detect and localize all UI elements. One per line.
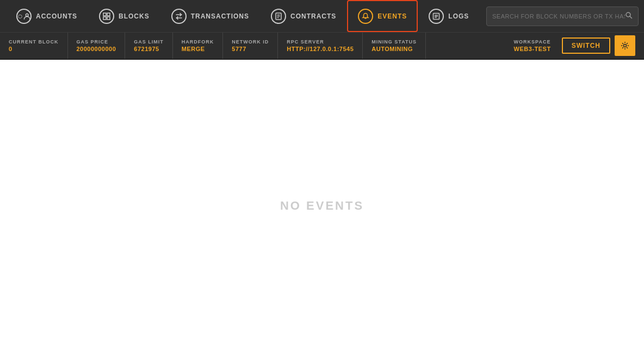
network-id-label: NETWORK ID	[232, 39, 269, 45]
network-id-value: 5777	[232, 46, 269, 52]
rpc-server-label: RPC SERVER	[287, 39, 354, 45]
mining-status-value: AUTOMINING	[371, 46, 417, 52]
current-block-value: 0	[9, 46, 59, 52]
hardfork-label: HARDFORK	[182, 39, 214, 45]
status-gas-price: GAS PRICE 20000000000	[68, 33, 126, 59]
gas-limit-label: GAS LIMIT	[134, 39, 164, 45]
nav-transactions[interactable]: TRANSACTIONS	[160, 0, 260, 32]
svg-rect-3	[103, 17, 106, 20]
nav-logs-label: LOGS	[448, 12, 469, 20]
status-mining-status: MINING STATUS AUTOMINING	[363, 33, 426, 59]
nav-transactions-label: TRANSACTIONS	[191, 12, 249, 20]
svg-rect-2	[107, 13, 110, 16]
svg-rect-1	[103, 13, 106, 16]
status-rpc-server: RPC SERVER HTTP://127.0.0.1:7545	[278, 33, 363, 59]
log-icon	[429, 9, 444, 24]
search-area	[486, 7, 639, 26]
settings-button[interactable]	[615, 35, 635, 56]
nav-accounts-label: ACCOUNTS	[36, 12, 77, 20]
gas-limit-value: 6721975	[134, 46, 164, 52]
nav-contracts[interactable]: CONTRACTS	[260, 0, 347, 32]
empty-state-message: NO EVENTS	[280, 199, 364, 213]
status-hardfork: HARDFORK MERGE	[173, 33, 224, 59]
nav-blocks-label: BLOCKS	[119, 12, 150, 20]
nav-events[interactable]: EVENTS	[347, 0, 418, 32]
current-block-label: CURRENT BLOCK	[9, 39, 59, 45]
svg-line-14	[630, 16, 632, 18]
svg-point-0	[26, 14, 28, 16]
nav-contracts-label: CONTRACTS	[290, 12, 336, 20]
status-bar: CURRENT BLOCK 0 GAS PRICE 20000000000 GA…	[0, 33, 644, 60]
main-content: NO EVENTS	[0, 60, 644, 352]
status-current-block: CURRENT BLOCK 0	[9, 33, 68, 59]
rpc-server-value: HTTP://127.0.0.1:7545	[287, 46, 354, 52]
grid-icon	[99, 9, 114, 24]
gas-price-value: 20000000000	[77, 46, 116, 52]
gas-price-label: GAS PRICE	[77, 39, 116, 45]
arrows-icon	[171, 9, 187, 24]
nav-logs[interactable]: LOGS	[418, 0, 480, 32]
svg-point-15	[624, 45, 627, 47]
svg-rect-4	[107, 17, 110, 20]
top-navigation: ACCOUNTS BLOCKS TRANSACTIONS	[0, 0, 644, 33]
nav-events-label: EVENTS	[377, 12, 407, 20]
status-network-id: NETWORK ID 5777	[223, 33, 278, 59]
search-input[interactable]	[492, 13, 625, 20]
switch-button[interactable]: SWITCH	[562, 37, 610, 54]
workspace-label: WORKSPACE	[514, 39, 551, 45]
workspace-info: WORKSPACE WEB3-TEST	[503, 33, 562, 59]
workspace-value: WEB3-TEST	[514, 46, 551, 52]
hardfork-value: MERGE	[182, 46, 214, 52]
status-gas-limit: GAS LIMIT 6721975	[125, 33, 173, 59]
bell-icon	[358, 9, 373, 24]
person-icon	[16, 9, 32, 24]
nav-blocks[interactable]: BLOCKS	[88, 0, 160, 32]
doc-icon	[271, 9, 286, 24]
search-button[interactable]	[625, 11, 633, 21]
mining-status-label: MINING STATUS	[371, 39, 417, 45]
nav-accounts[interactable]: ACCOUNTS	[5, 0, 88, 32]
